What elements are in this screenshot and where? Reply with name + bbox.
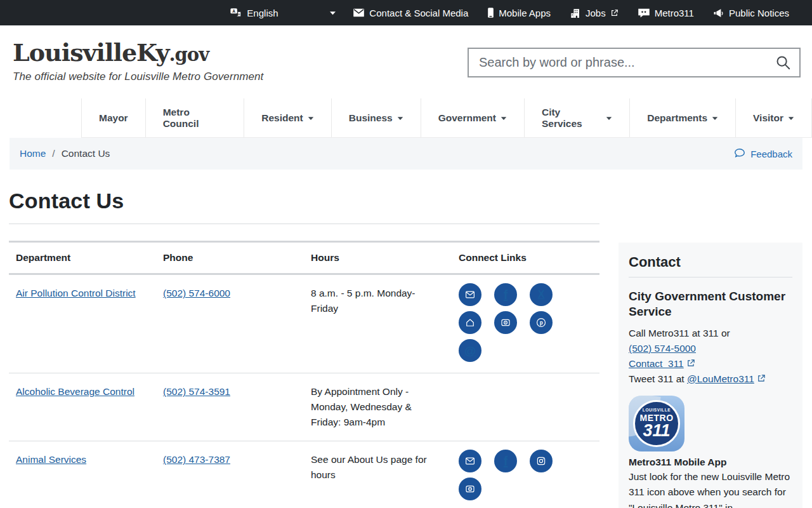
nav-item-label: Mayor [99, 112, 128, 124]
hours-text: See our About Us page for hours [311, 452, 446, 500]
site-name: LouisvilleKy [13, 38, 169, 67]
table-row: Animal Services(502) 473-7387See our Abo… [9, 441, 599, 508]
chat-icon [638, 8, 650, 18]
language-selector[interactable]: Aa English [230, 8, 336, 18]
table-row: Alcoholic Beverage Control(502) 574-3591… [9, 373, 599, 441]
search-icon[interactable] [772, 54, 799, 71]
app-title: Metro311 Mobile App [629, 457, 792, 468]
contact-311-line: Contact 311 [629, 356, 792, 371]
table-row: Air Pollution Control District(502) 574-… [9, 275, 599, 373]
page-title: Contact Us [9, 189, 599, 213]
phone-link[interactable]: (502) 574-6000 [163, 288, 230, 298]
nav-item-label: City Services [542, 107, 601, 130]
department-link[interactable]: Animal Services [16, 454, 86, 465]
facebook-icon: f [504, 288, 508, 301]
contact-311-link[interactable]: Contact 311 [629, 358, 684, 369]
x-twitter-icon: X [538, 290, 545, 300]
topbar-item-metro311[interactable]: Metro311 [638, 8, 694, 18]
column-header-hours: Hours [311, 252, 459, 264]
hours-text: 8 a.m. - 5 p.m. Monday-Friday [311, 286, 446, 362]
loumetro311-link[interactable]: @LouMetro311 [687, 373, 754, 384]
email-icon [464, 455, 476, 467]
app-icon-louisville: LOUISVILLE [643, 408, 671, 412]
threads-link[interactable]: @ [459, 339, 481, 362]
topbar-item-jobs[interactable]: Jobs [570, 8, 619, 18]
nav-item-government[interactable]: Government [421, 98, 524, 137]
instagram-link[interactable] [530, 450, 553, 472]
column-header-department: Department [16, 252, 163, 264]
pinterest-link[interactable]: p [530, 311, 553, 334]
site-header: LouisvilleKy.gov The official website fo… [0, 25, 812, 98]
nav-item-business[interactable]: Business [331, 98, 421, 137]
table-header-row: DepartmentPhoneHoursConnect Links [9, 241, 599, 275]
chevron-down-icon [606, 116, 612, 121]
youtube-link[interactable] [494, 311, 517, 334]
metro311-app-icon[interactable]: LOUISVILLE METRO 311 [629, 396, 684, 451]
email-link[interactable] [459, 450, 481, 472]
external-link-icon [610, 9, 619, 17]
topbar-links: Contact & Social MediaMobile AppsJobsMet… [353, 7, 789, 18]
breadcrumb-home-link[interactable]: Home [20, 148, 46, 159]
svg-text:a: a [239, 12, 240, 16]
tweet-prefix: Tweet 311 at [629, 373, 687, 384]
megaphone-icon [713, 8, 724, 18]
nav-item-departments[interactable]: Departments [629, 98, 735, 137]
nav-item-label: Resident [261, 112, 303, 124]
feedback-link[interactable]: Feedback [733, 147, 792, 161]
column-header-connect-links: Connect Links [459, 252, 599, 264]
topbar-item-public-notices[interactable]: Public Notices [713, 8, 789, 18]
nav-item-resident[interactable]: Resident [244, 98, 331, 137]
nav-item-visitor[interactable]: Visitor [735, 98, 812, 137]
sidebar-title: Contact [629, 254, 792, 271]
instagram-icon [535, 455, 547, 467]
contact-sidebar: Contact City Government Customer Service… [619, 243, 802, 508]
connect-links: fXp@ [459, 283, 553, 362]
topbar-item-label: Mobile Apps [499, 8, 551, 18]
facebook-link[interactable]: f [494, 450, 517, 472]
feedback-label: Feedback [750, 149, 792, 159]
sidebar-heading: City Government Customer Service [629, 289, 792, 319]
youtube-link[interactable] [459, 478, 481, 500]
topbar-item-label: Public Notices [729, 8, 789, 18]
nav-item-metro-council[interactable]: Metro Council [145, 98, 244, 137]
phone-link[interactable]: (502) 574-3591 [163, 386, 230, 397]
metro311-phone-link[interactable]: (502) 574-5000 [629, 343, 696, 354]
phone-link[interactable]: (502) 473-7387 [163, 454, 230, 465]
chevron-down-icon [329, 10, 336, 16]
breadcrumb: Home / Contact Us Feedback [10, 138, 802, 170]
topbar-item-label: Metro311 [655, 8, 694, 18]
department-link[interactable]: Alcoholic Beverage Control [16, 386, 134, 397]
nav-item-label: Government [438, 112, 496, 124]
topbar-item-contact-social-media[interactable]: Contact & Social Media [353, 8, 468, 18]
site-logo[interactable]: LouisvilleKy.gov The official website fo… [13, 41, 263, 83]
department-link[interactable]: Air Pollution Control District [16, 288, 136, 298]
nav-item-label: Business [349, 112, 393, 124]
nav-item-mayor[interactable]: Mayor [81, 98, 145, 137]
email-link[interactable] [459, 283, 481, 306]
threads-icon: @ [464, 345, 476, 357]
call-prefix: Call Metro311 at 311 or [629, 328, 730, 338]
language-label: English [247, 8, 278, 18]
breadcrumb-separator: / [52, 148, 55, 159]
contact-table: DepartmentPhoneHoursConnect Links Air Po… [9, 241, 599, 508]
external-link-icon [686, 359, 695, 368]
svg-text:p: p [540, 320, 543, 326]
topbar-item-mobile-apps[interactable]: Mobile Apps [487, 7, 551, 18]
chevron-down-icon [397, 116, 403, 121]
x-twitter-link[interactable]: X [530, 283, 553, 306]
topbar-item-label: Jobs [586, 8, 606, 18]
chevron-down-icon [308, 116, 314, 121]
connect-links: f [459, 450, 553, 500]
youtube-icon [500, 317, 511, 328]
chevron-down-icon [501, 116, 507, 121]
nav-item-city-services[interactable]: City Services [524, 98, 629, 137]
facebook-link[interactable]: f [494, 283, 517, 306]
hours-text: By Appointment Only - Monday, Wednesday … [311, 384, 446, 430]
chevron-down-icon [712, 116, 718, 121]
app-description: Just look for the new Louisville Metro 3… [629, 469, 792, 508]
speech-bubble-icon [733, 147, 746, 161]
nextdoor-link[interactable] [459, 311, 481, 334]
facebook-icon: f [504, 455, 508, 467]
search-input[interactable] [469, 49, 772, 76]
site-tagline: The official website for Louisville Metr… [13, 70, 263, 83]
